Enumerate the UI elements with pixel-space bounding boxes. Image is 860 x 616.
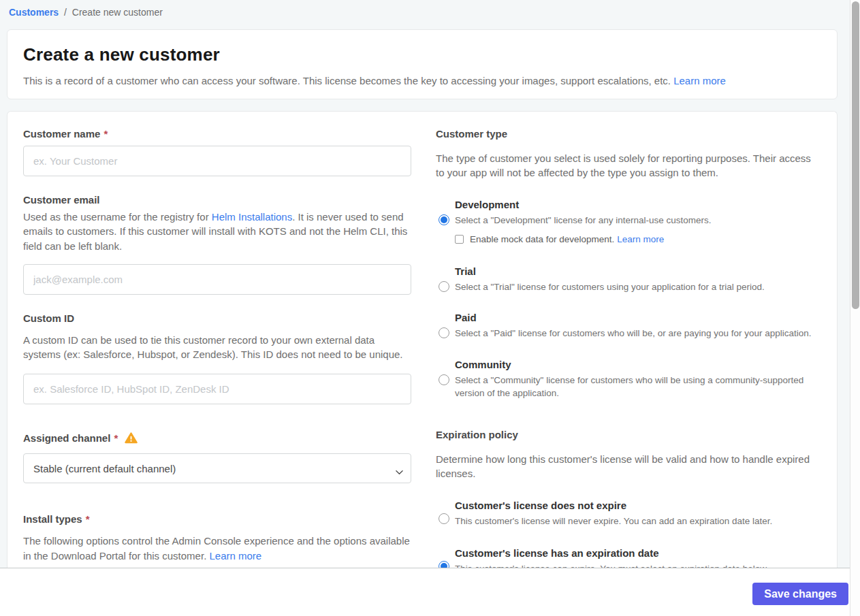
paid-title: Paid xyxy=(455,312,814,323)
expiration-policy-description: Determine how long this customer's licen… xyxy=(436,452,814,481)
expiration-option-no-expire: Customer's license does not expire This … xyxy=(436,500,814,528)
customer-email-help: Used as the username for the registry fo… xyxy=(23,210,411,253)
warning-icon xyxy=(125,432,138,444)
customer-type-description: The type of customer you select is used … xyxy=(436,151,814,180)
license-expires-title: Customer's license has an expiration dat… xyxy=(455,547,814,559)
community-title: Community xyxy=(455,359,814,370)
required-asterisk: * xyxy=(103,128,108,140)
assigned-channel-field: Assigned channel* Stable (current defaul… xyxy=(23,432,411,483)
customer-type-option-development: Development Select a "Development" licen… xyxy=(436,199,814,244)
development-radio[interactable] xyxy=(439,214,449,225)
scrollbar-thumb[interactable] xyxy=(852,1,859,309)
community-description: Select a "Community" license for custome… xyxy=(455,374,814,400)
expiration-policy-title: Expiration policy xyxy=(436,429,814,440)
page-description: This is a record of a customer who can a… xyxy=(23,75,821,86)
customer-email-field: Customer email Used as the username for … xyxy=(23,194,411,295)
customer-type-option-trial: Trial Select a "Trial" license for custo… xyxy=(436,265,814,294)
page-title: Create a new customer xyxy=(23,44,821,65)
breadcrumb-current: Create new customer xyxy=(72,7,163,18)
required-asterisk: * xyxy=(114,432,118,444)
license-no-expire-radio[interactable] xyxy=(439,513,449,524)
license-no-expire-description: This customer's license will never expir… xyxy=(455,515,814,528)
install-types-help: The following options control the Admin … xyxy=(23,534,411,563)
breadcrumb-customers-link[interactable]: Customers xyxy=(9,7,59,18)
install-types-label: Install types* xyxy=(23,513,411,525)
mock-data-label-text: Enable mock data for development. xyxy=(470,234,617,244)
helm-installations-link[interactable]: Helm Installations xyxy=(212,211,292,223)
paid-radio[interactable] xyxy=(439,327,449,338)
assigned-channel-label: Assigned channel* xyxy=(23,432,411,444)
custom-id-label-text: Custom ID xyxy=(23,312,74,324)
breadcrumb-separator: / xyxy=(64,7,67,18)
mock-data-learn-more-link[interactable]: Learn more xyxy=(617,234,664,244)
custom-id-field: Custom ID A custom ID can be used to tie… xyxy=(23,312,411,405)
save-changes-button[interactable]: Save changes xyxy=(752,583,848,605)
install-types-field: Install types* The following options con… xyxy=(23,513,411,563)
community-radio[interactable] xyxy=(439,374,449,385)
customer-name-label-text: Customer name xyxy=(23,128,100,140)
form-footer-bar: Save changes xyxy=(0,568,860,616)
customer-type-section: Customer type The type of customer you s… xyxy=(436,128,814,400)
install-types-learn-more-link[interactable]: Learn more xyxy=(209,550,261,562)
mock-data-label: Enable mock data for development. Learn … xyxy=(470,234,664,244)
install-types-label-text: Install types xyxy=(23,513,82,525)
form-right-column: Customer type The type of customer you s… xyxy=(436,128,814,572)
customer-email-label: Customer email xyxy=(23,194,411,206)
customer-email-label-text: Customer email xyxy=(23,194,100,206)
paid-description: Select a "Paid" license for customers wh… xyxy=(455,327,814,340)
customer-name-input[interactable] xyxy=(23,146,411,176)
customer-form-card: Customer name* Customer email Used as th… xyxy=(7,111,838,572)
customer-name-field: Customer name* xyxy=(23,128,411,176)
customer-type-option-community: Community Select a "Community" license f… xyxy=(436,359,814,400)
form-left-column: Customer name* Customer email Used as th… xyxy=(23,128,411,572)
trial-title: Trial xyxy=(455,265,814,277)
development-description: Select a "Development" license for any i… xyxy=(455,214,814,227)
assigned-channel-select[interactable]: Stable (current default channel) xyxy=(23,453,411,483)
trial-radio[interactable] xyxy=(439,281,449,292)
page-description-text: This is a record of a customer who can a… xyxy=(23,75,673,86)
license-no-expire-title: Customer's license does not expire xyxy=(455,500,814,511)
page-scrollbar[interactable] xyxy=(850,0,860,616)
expiration-policy-section: Expiration policy Determine how long thi… xyxy=(436,429,814,572)
custom-id-label: Custom ID xyxy=(23,312,411,324)
custom-id-help: A custom ID can be used to tie this cust… xyxy=(23,333,411,362)
development-title: Development xyxy=(455,199,814,210)
page-header-card: Create a new customer This is a record o… xyxy=(7,29,838,99)
trial-description: Select a "Trial" license for customers u… xyxy=(455,280,814,294)
customer-email-input[interactable] xyxy=(23,264,411,295)
customer-type-option-paid: Paid Select a "Paid" license for custome… xyxy=(436,312,814,340)
required-asterisk: * xyxy=(86,513,90,525)
mock-data-checkbox[interactable] xyxy=(455,235,464,244)
customer-name-label: Customer name* xyxy=(23,128,411,140)
customer-email-help-before: Used as the username for the registry fo… xyxy=(23,211,212,223)
customer-type-title: Customer type xyxy=(436,128,814,140)
custom-id-input[interactable] xyxy=(23,374,411,404)
header-learn-more-link[interactable]: Learn more xyxy=(673,75,726,86)
mock-data-row: Enable mock data for development. Learn … xyxy=(455,234,814,244)
breadcrumb: Customers / Create new customer xyxy=(0,0,860,18)
assigned-channel-label-text: Assigned channel xyxy=(23,432,110,444)
